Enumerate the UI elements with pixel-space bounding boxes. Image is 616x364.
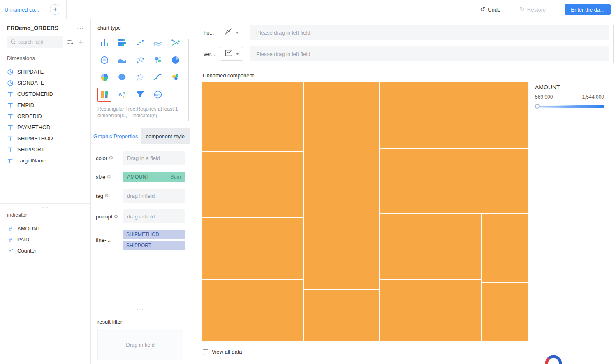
- legend-size-slider[interactable]: [535, 103, 604, 109]
- add-tab-button[interactable]: +: [50, 4, 60, 15]
- gauge-chart-icon[interactable]: 60%: [151, 88, 165, 102]
- dataset-menu-button[interactable]: ···: [77, 25, 84, 31]
- legend-slider-knob[interactable]: [535, 104, 540, 109]
- chart-panel-scrollbar[interactable]: [188, 39, 189, 121]
- treemap-chart-icon[interactable]: [97, 88, 111, 102]
- tab-graphic-properties[interactable]: Graphic Properties: [91, 128, 141, 144]
- bar-chart-icon[interactable]: [97, 36, 111, 50]
- view-all-checkbox[interactable]: [203, 349, 208, 355]
- gear-icon[interactable]: ⚙: [109, 155, 113, 161]
- treemap-tile-5[interactable]: [303, 82, 379, 167]
- treemap: [202, 82, 529, 341]
- scatter-chart-icon[interactable]: [133, 53, 147, 67]
- dimension-shipmethod[interactable]: SHIPMETHOD: [0, 133, 90, 144]
- color-dropzone[interactable]: Drag in a field: [123, 151, 185, 165]
- panel-drag-handle[interactable]: ::::: [0, 205, 90, 209]
- treemap-tile-11[interactable]: [456, 148, 529, 213]
- horizontal-axis-dropzone[interactable]: Please drag in left field: [250, 25, 609, 40]
- prompt-dropzone[interactable]: drag in field: [123, 209, 185, 223]
- app-window: Unnamed co... + ↺ Undo ↻ Restore Enter t…: [0, 0, 616, 364]
- dimension-empid[interactable]: EMPID: [0, 100, 90, 111]
- point-map-chart-icon[interactable]: [133, 70, 147, 84]
- wave-chart-icon[interactable]: [115, 53, 129, 67]
- text-calc-field-icon: *: [7, 158, 14, 164]
- undo-button[interactable]: ↺ Undo: [480, 6, 501, 13]
- pie-chart-icon[interactable]: [169, 53, 183, 67]
- sort-fields-icon[interactable]: [67, 39, 74, 45]
- gear-icon[interactable]: ⚙: [113, 213, 118, 219]
- treemap-tile-9[interactable]: [379, 148, 456, 213]
- dimension-customerid[interactable]: CUSTOMERID: [0, 88, 90, 100]
- restore-button[interactable]: ↻ Restore: [519, 6, 546, 13]
- dimension-paymethod[interactable]: PAYMETHOD: [0, 122, 90, 133]
- indicator-amount[interactable]: #AMOUNT: [0, 223, 90, 234]
- indicators-list: #AMOUNT#PAID#*Counter: [0, 223, 90, 256]
- dot-chart-icon[interactable]: [133, 36, 147, 50]
- dashboard-tab[interactable]: Unnamed co...: [0, 0, 44, 19]
- dimension-orderid[interactable]: ORDERID: [0, 111, 90, 122]
- slope-chart-icon[interactable]: [169, 36, 183, 50]
- view-all-data: View all data: [203, 349, 242, 355]
- stacked-bar-chart-icon[interactable]: [115, 36, 129, 50]
- drag-handle[interactable]: ::::: [91, 122, 190, 126]
- multi-chart-icon[interactable]: [169, 70, 183, 84]
- tag-dropzone[interactable]: drag in field: [123, 189, 185, 203]
- radar-chart-icon[interactable]: [97, 53, 111, 67]
- fine-field-pill-shipmethod[interactable]: SHIPMETHOD: [123, 230, 185, 239]
- treemap-tile-3[interactable]: [202, 218, 303, 279]
- funnel-chart-icon[interactable]: [133, 88, 147, 102]
- treemap-tile-14[interactable]: [482, 213, 529, 282]
- indicator-counter[interactable]: #*Counter: [0, 245, 90, 256]
- treemap-tile-6[interactable]: [303, 167, 379, 290]
- gear-icon[interactable]: ⚙: [107, 174, 111, 180]
- field-label: EMPID: [17, 102, 34, 108]
- horizontal-axis-type-button[interactable]: [220, 26, 243, 39]
- canvas-scrollbar[interactable]: [613, 25, 614, 63]
- dimensions-label: Dimensions: [0, 55, 90, 61]
- tab-component-style[interactable]: component style: [141, 128, 190, 144]
- dimension-signdate[interactable]: SIGNDATE: [0, 77, 90, 88]
- gear-icon[interactable]: ⚙: [104, 193, 109, 199]
- field-label: SHIPMETHOD: [17, 135, 53, 141]
- treemap-tile-8[interactable]: [379, 82, 456, 148]
- field-label: CUSTOMERID: [17, 91, 53, 97]
- search-input[interactable]: [18, 39, 48, 45]
- size-field-pill[interactable]: AMOUNT Sum: [123, 172, 185, 182]
- field-label: TargetName: [17, 158, 46, 164]
- indicator-paid[interactable]: #PAID: [0, 234, 90, 245]
- rose-chart-icon[interactable]: [97, 70, 111, 84]
- treemap-tile-7[interactable]: [303, 290, 379, 341]
- view-all-label: View all data: [212, 349, 242, 355]
- treemap-tile-13[interactable]: [379, 279, 482, 341]
- vertical-axis-type-button[interactable]: [220, 47, 243, 61]
- treemap-tile-2[interactable]: [202, 152, 303, 218]
- dimension-targetname[interactable]: *TargetName: [0, 155, 90, 166]
- word-cloud-chart-icon[interactable]: ABc: [115, 88, 129, 102]
- treemap-tile-15[interactable]: [482, 282, 529, 341]
- size-field-name: AMOUNT: [127, 174, 149, 180]
- sidebar-resize-handle[interactable]: [88, 187, 90, 197]
- dimension-shipdate[interactable]: SHIPDATE: [0, 66, 90, 77]
- flow-map-chart-icon[interactable]: [151, 70, 165, 84]
- search-box: [7, 36, 63, 48]
- drag-handle[interactable]: ::::: [97, 308, 183, 312]
- dimension-shipport[interactable]: SHIPPORT: [0, 144, 90, 155]
- result-filter-dropzone[interactable]: Drag in field: [97, 329, 183, 360]
- divider: [0, 203, 90, 204]
- fine-field-pill-shipport[interactable]: SHIPPORT: [123, 241, 185, 250]
- caret-down-icon: [236, 32, 239, 34]
- treemap-tile-4[interactable]: [202, 279, 303, 341]
- prompt-label-text: prompt: [96, 213, 112, 220]
- area-chart-icon[interactable]: [151, 36, 165, 50]
- treemap-tile-1[interactable]: [202, 82, 303, 152]
- chart-type-hint: Rectangular Tree:Requires at least 1 dim…: [97, 106, 183, 119]
- treemap-tile-10[interactable]: [456, 82, 529, 148]
- map-chart-icon[interactable]: [115, 70, 129, 84]
- enter-data-button[interactable]: Enter the da...: [565, 4, 611, 15]
- svg-text:*: *: [12, 248, 13, 251]
- treemap-tile-12[interactable]: [379, 213, 482, 279]
- caret-down-icon: [236, 53, 239, 55]
- bubble-chart-icon[interactable]: [151, 53, 165, 67]
- vertical-axis-dropzone[interactable]: Please drag in left field: [250, 46, 609, 61]
- add-field-icon[interactable]: [78, 39, 84, 45]
